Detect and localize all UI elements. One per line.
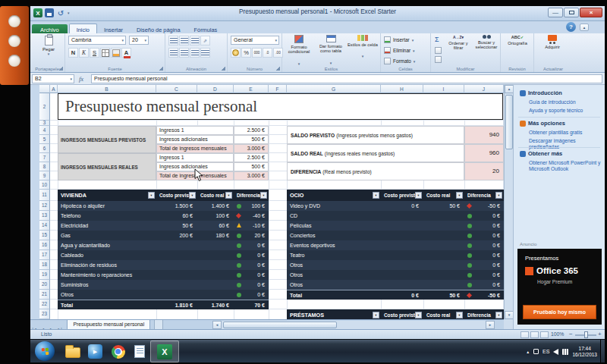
vivienda-cell-previsto[interactable]: [156, 290, 197, 300]
vivienda-cell-name[interactable]: Otros: [58, 290, 156, 300]
ocio-cell-diferencia[interactable]: 0 €: [464, 260, 504, 270]
vivienda-cell-diferencia[interactable]: -40 €: [234, 211, 269, 221]
name-box[interactable]: B2 ▾: [32, 74, 74, 83]
vivienda-cell-real[interactable]: [197, 270, 234, 280]
prestamos-header-cell[interactable]: PRÉSTAMOS▾: [287, 309, 381, 319]
vivienda-cell-name[interactable]: Teléfono: [58, 211, 156, 221]
vivienda-cell-real[interactable]: [197, 250, 234, 260]
vivienda-cell-real[interactable]: [197, 290, 234, 300]
ocio-cell-diferencia[interactable]: -50 €: [464, 290, 504, 300]
ocio-cell-previsto[interactable]: 0 €: [381, 201, 423, 211]
dialog-launcher-icon[interactable]: [275, 66, 280, 71]
vivienda-cell-diferencia[interactable]: -10 €: [234, 221, 269, 231]
ocio-cell-previsto[interactable]: [381, 211, 423, 221]
tray-expand-icon[interactable]: ▲: [526, 350, 530, 354]
vivienda-cell-real[interactable]: 180 €: [197, 231, 234, 240]
row-header-7[interactable]: 7: [39, 153, 50, 162]
ocio-cell-previsto[interactable]: [381, 250, 423, 260]
row-header-3[interactable]: 3: [39, 121, 50, 126]
row-header-18[interactable]: 18: [39, 260, 50, 270]
language-indicator[interactable]: ES: [543, 349, 549, 354]
zoom-out-icon[interactable]: −: [569, 331, 573, 337]
vivienda-cell-name[interactable]: Cableado: [58, 250, 156, 260]
ocio-cell-diferencia[interactable]: 0 €: [464, 250, 504, 260]
row-header-12[interactable]: 12: [39, 201, 50, 211]
saldo-value-0[interactable]: 940: [464, 126, 504, 144]
vivienda-cell-previsto[interactable]: 50 €: [156, 221, 197, 231]
column-header-H[interactable]: H: [381, 85, 423, 93]
vivienda-cell-name[interactable]: Eliminación de residuos: [58, 260, 156, 270]
filter-dropdown-icon[interactable]: ▾: [456, 192, 463, 199]
align-center-button[interactable]: [179, 48, 189, 58]
vivienda-cell-diferencia[interactable]: 0 €: [234, 290, 269, 300]
sort-filter-button[interactable]: A→Z▾ Ordenar y filtrar: [445, 35, 472, 64]
zoom-level[interactable]: 100%: [551, 331, 564, 337]
row-header-10[interactable]: 10: [39, 180, 50, 190]
ocio-cell-name[interactable]: Otros: [287, 280, 381, 290]
number-format-select[interactable]: General▾: [231, 36, 279, 45]
ocio-cell-diferencia[interactable]: 0 €: [464, 211, 504, 221]
pane-link[interactable]: Obtener plantillas gratis: [529, 130, 603, 136]
horizontal-scroll-thumb[interactable]: [223, 322, 337, 328]
show-desktop-button[interactable]: [600, 340, 605, 362]
dialog-launcher-icon[interactable]: [159, 66, 163, 71]
vivienda-cell-previsto[interactable]: [156, 270, 197, 280]
ad-cta-button[interactable]: Pruébalo hoy mismo: [523, 305, 596, 319]
collapse-ribbon-icon[interactable]: ▴: [580, 24, 589, 31]
align-right-button[interactable]: [190, 48, 200, 58]
vivienda-cell-name[interactable]: Suministros: [58, 280, 156, 290]
vivienda-cell-name[interactable]: Hipoteca o alquiler: [58, 201, 156, 211]
align-middle-button[interactable]: [179, 36, 189, 46]
merge-center-button[interactable]: [200, 48, 210, 58]
vivienda-cell-previsto[interactable]: 1.500 €: [156, 201, 197, 211]
ocio-cell-real[interactable]: [423, 270, 464, 280]
row-header-9[interactable]: 9: [39, 171, 50, 180]
filter-dropdown-icon[interactable]: ▾: [415, 192, 422, 199]
align-top-button[interactable]: [168, 36, 178, 46]
insert-function-icon[interactable]: fx: [79, 75, 83, 83]
ocio-cell-name[interactable]: Otros: [287, 260, 381, 270]
ocio-cell-previsto[interactable]: [381, 221, 423, 231]
ocio-cell-previsto[interactable]: [381, 231, 423, 240]
vivienda-header-cell[interactable]: VIVIENDA▾: [58, 190, 156, 201]
vivienda-cell-previsto[interactable]: [156, 240, 197, 250]
delete-cells-button[interactable]: Eliminar▾: [384, 46, 415, 55]
fill-icon[interactable]: [435, 47, 442, 54]
income-row-label[interactable]: Total de ingresos mensuales: [156, 144, 234, 153]
maximize-button[interactable]: [564, 8, 579, 17]
row-header-21[interactable]: 21: [39, 290, 50, 300]
vivienda-cell-diferencia[interactable]: 0 €: [234, 280, 269, 290]
vivienda-cell-name[interactable]: Mantenimiento o reparaciones: [58, 270, 156, 280]
vivienda-cell-name[interactable]: Total: [58, 300, 156, 309]
network-icon[interactable]: [562, 349, 568, 355]
income-row-value[interactable]: 500 €: [234, 162, 269, 171]
ocio-cell-real[interactable]: 50 €: [423, 290, 464, 300]
volume-icon[interactable]: [553, 349, 558, 355]
vivienda-cell-name[interactable]: Agua y alcantarillado: [58, 240, 156, 250]
normal-view-icon[interactable]: [521, 331, 529, 338]
font-size-select[interactable]: 20▾: [129, 36, 149, 45]
ocio-cell-previsto[interactable]: [381, 280, 423, 290]
vivienda-cell-diferencia[interactable]: 70 €: [234, 300, 269, 309]
column-header-A[interactable]: A: [50, 85, 58, 93]
row-header-8[interactable]: 8: [39, 162, 50, 171]
row-header-5[interactable]: 5: [39, 135, 50, 144]
document-taskbar-button[interactable]: [129, 342, 149, 361]
underline-button[interactable]: S: [90, 48, 99, 58]
ocio-cell-name[interactable]: Películas: [287, 221, 381, 231]
vivienda-cell-real[interactable]: [197, 240, 234, 250]
vivienda-cell-diferencia[interactable]: 0 €: [234, 260, 269, 270]
dialog-launcher-icon[interactable]: [58, 66, 63, 71]
column-header-I[interactable]: I: [423, 85, 464, 93]
ocio-cell-name[interactable]: Eventos deportivos: [287, 240, 381, 250]
vivienda-cell-previsto[interactable]: [156, 250, 197, 260]
ocio-cell-diferencia[interactable]: 0 €: [464, 280, 504, 290]
row-header-20[interactable]: 20: [39, 280, 50, 290]
vivienda-header-cell[interactable]: Diferencia▾: [234, 190, 269, 201]
ocio-cell-name[interactable]: CD: [287, 211, 381, 221]
column-header-G[interactable]: G: [287, 85, 381, 93]
filter-dropdown-icon[interactable]: ▾: [148, 192, 155, 199]
ocio-cell-real[interactable]: [423, 250, 464, 260]
prestamos-header-cell[interactable]: Diferencia▾: [464, 309, 504, 319]
saldo-value-1[interactable]: 960: [464, 144, 504, 162]
